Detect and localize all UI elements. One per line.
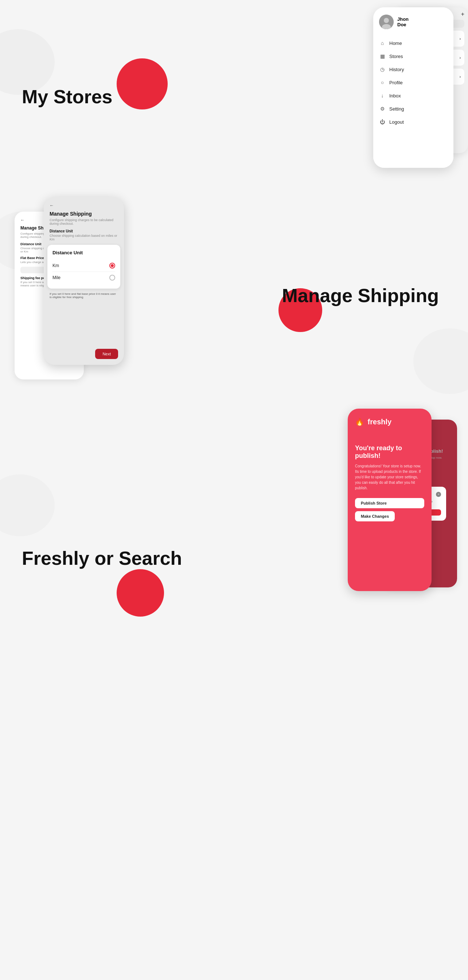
phone-top-content: ← Manage Shipping Configure shipping cha… <box>44 197 124 241</box>
freshly-logo-text: 🔥 freshly <box>355 418 392 426</box>
chevron-right-icon: › <box>460 37 461 41</box>
drawer-profile-label: Profile <box>389 80 403 85</box>
section-manage-shipping: Manage Shipping ← Manage Shipping Config… <box>0 193 468 398</box>
setting-icon: ⚙ <box>379 105 386 112</box>
sidebar-item-setting[interactable]: ⚙ Setting <box>379 102 447 115</box>
home-icon: ⌂ <box>379 40 386 46</box>
drawer-user-info: Jhon Doe <box>379 14 447 29</box>
logout-icon: ⏻ <box>379 119 386 125</box>
drawer-phone: Jhon Doe ⌂ Home ▦ Stores ◷ History <box>373 7 454 168</box>
mile-label: Mile <box>52 275 60 280</box>
manage-shipping-header: Manage Shipping <box>49 211 118 217</box>
phones-group-3: 🔥 freshly You're ready to publish! Congr… <box>348 409 450 606</box>
publish-store-button[interactable]: Publish Store <box>355 498 424 508</box>
radio-mile-unselected[interactable] <box>109 275 115 281</box>
section-my-stores: My Stores + Store Status publish your st… <box>0 0 468 193</box>
chevron-right-icon: › <box>460 56 461 60</box>
confirm-close-button[interactable]: × <box>436 492 441 497</box>
sidebar-item-profile[interactable]: ○ Profile <box>379 76 447 89</box>
svg-point-1 <box>384 18 389 23</box>
drawer-inbox-label: Inbox <box>389 93 401 99</box>
profile-icon: ○ <box>379 79 386 86</box>
publish-ready-desc: Congratulations! Your store is setup now… <box>355 463 424 491</box>
sidebar-item-stores[interactable]: ▦ Stores <box>379 49 447 63</box>
freshly-title: Freshly or Search <box>22 547 182 569</box>
drawer-stores-label: Stores <box>389 54 403 59</box>
publish-ready-heading: You're ready to publish! <box>355 444 424 460</box>
drawer-setting-label: Setting <box>389 106 404 111</box>
drawer-home-label: Home <box>389 40 402 46</box>
freshly-publish-phone: 🔥 freshly You're ready to publish! Congr… <box>348 409 432 591</box>
drawer-logout-label: Logout <box>389 119 404 125</box>
next-button[interactable]: Next <box>95 349 118 359</box>
drawer-history-label: History <box>389 67 404 72</box>
radio-km-selected[interactable] <box>109 263 115 269</box>
free-shipping-note: If you set 0 here and flat base price 0 … <box>44 292 124 299</box>
drawer-username: Jhon Doe <box>397 16 409 27</box>
avatar-image <box>379 14 393 29</box>
option-mile[interactable]: Mile <box>52 272 115 283</box>
manage-shipping-header-desc: Configure shipping charges to be calcula… <box>49 218 118 226</box>
manage-shipping-back-arrow[interactable]: ← <box>49 203 118 208</box>
red-circle-decoration-1 <box>117 58 168 110</box>
distance-unit-modal: Distance Unit Km Mile <box>48 245 120 289</box>
sidebar-item-inbox[interactable]: ↓ Inbox <box>379 89 447 102</box>
option-km[interactable]: Km <box>52 260 115 272</box>
inbox-icon: ↓ <box>379 92 386 99</box>
drawer-menu: Jhon Doe ⌂ Home ▦ Stores ◷ History <box>373 7 454 168</box>
freshly-title-text: Freshly or Search <box>22 548 182 569</box>
stores-icon: ▦ <box>379 53 386 59</box>
sidebar-item-home[interactable]: ⌂ Home <box>379 37 447 49</box>
distance-unit-section-desc: Choose shipping calculation based on mil… <box>49 234 118 241</box>
red-circle-decoration-3 <box>117 569 164 617</box>
distance-unit-phone: ← Manage Shipping Configure shipping cha… <box>44 197 124 365</box>
user-avatar <box>379 14 393 29</box>
km-label: Km <box>52 263 59 268</box>
make-changes-button[interactable]: Make Changes <box>355 511 395 521</box>
sidebar-item-logout[interactable]: ⏻ Logout <box>379 115 447 129</box>
my-stores-title: My Stores <box>22 86 113 108</box>
manage-shipping-title: Manage Shipping <box>282 285 439 307</box>
section-freshly: Freshly or Search 🔥 freshly You're ready… <box>0 398 468 690</box>
sidebar-item-history[interactable]: ◷ History <box>379 63 447 76</box>
distance-unit-section-label: Distance Unit <box>49 229 118 233</box>
chevron-right-icon: › <box>460 75 461 79</box>
fire-icon: 🔥 <box>355 418 364 426</box>
history-icon: ◷ <box>379 66 386 73</box>
modal-title: Distance Unit <box>52 250 115 255</box>
phones-group-1: + Store Status publish your store › Stor… <box>300 7 454 168</box>
freshly-logo: 🔥 freshly <box>355 417 424 426</box>
